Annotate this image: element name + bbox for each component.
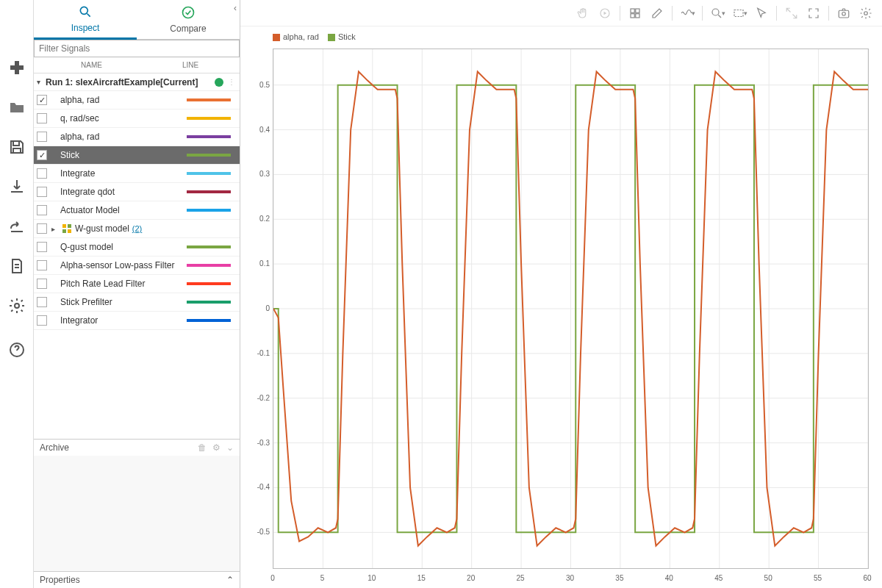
- y-tick-label: -0.3: [240, 438, 270, 446]
- folder-icon[interactable]: [7, 97, 27, 118]
- signal-row[interactable]: alpha, rad: [34, 128, 240, 146]
- search-icon: [78, 4, 93, 21]
- y-tick-label: 0.4: [240, 125, 270, 133]
- line-swatch[interactable]: [187, 154, 231, 157]
- tab-inspect[interactable]: Inspect: [34, 0, 137, 40]
- group-icon: [60, 223, 74, 234]
- signal-checkbox[interactable]: [37, 205, 47, 215]
- chevron-up-icon[interactable]: ⌃: [226, 575, 234, 585]
- signal-row[interactable]: Actuator Model: [34, 201, 240, 220]
- archive-section: Archive 🗑 ⚙ ⌄: [34, 439, 240, 571]
- signal-checkbox[interactable]: [37, 187, 47, 197]
- signal-checkbox[interactable]: [37, 260, 47, 270]
- signal-checkbox[interactable]: [37, 242, 47, 252]
- line-swatch[interactable]: [187, 319, 231, 322]
- x-tick-label: 30: [566, 574, 574, 582]
- line-swatch[interactable]: [187, 245, 231, 248]
- signal-row[interactable]: Alpha-sensor Low-pass Filter: [34, 257, 240, 275]
- line-swatch[interactable]: [187, 172, 231, 175]
- properties-section: Properties ⌃: [34, 571, 240, 588]
- signal-row[interactable]: Pitch Rate Lead Filter: [34, 275, 240, 293]
- signal-name: Stick Prefilter: [60, 297, 187, 307]
- signal-checkbox[interactable]: [37, 113, 47, 123]
- signal-checkbox[interactable]: [37, 132, 47, 142]
- svg-rect-15: [839, 10, 849, 18]
- line-swatch[interactable]: [187, 301, 231, 304]
- snapshot-icon[interactable]: [833, 3, 854, 24]
- report-icon[interactable]: [7, 256, 27, 276]
- sidebar-panel: ‹ Inspect Compare NAME LINE ▾ Run 1: sle…: [34, 0, 240, 588]
- x-tick-label: 45: [714, 574, 723, 582]
- fit-icon[interactable]: ▾: [729, 3, 750, 24]
- signal-name: alpha, rad: [60, 132, 187, 142]
- run-row[interactable]: ▾ Run 1: slexAircraftExample[Current] ⋮: [34, 74, 240, 91]
- signal-checkbox[interactable]: [37, 168, 47, 179]
- signal-row[interactable]: alpha, rad: [34, 91, 240, 110]
- archive-gear-icon[interactable]: ⚙: [212, 442, 220, 453]
- filter-input[interactable]: [34, 40, 240, 57]
- svg-point-13: [712, 9, 719, 15]
- signal-row[interactable]: ▸W-gust model(2): [34, 220, 240, 238]
- layout-grid-icon[interactable]: [625, 3, 645, 24]
- signal-row[interactable]: Integrate: [34, 165, 240, 183]
- line-swatch[interactable]: [187, 209, 231, 212]
- signal-row[interactable]: Q-gust model: [34, 238, 240, 257]
- group-count[interactable]: (2): [132, 224, 142, 233]
- y-tick-label: -0.1: [240, 348, 270, 356]
- save-icon[interactable]: [7, 137, 27, 157]
- chart-box: [273, 49, 869, 569]
- panel-collapse-icon[interactable]: ‹: [230, 3, 240, 13]
- trash-icon[interactable]: 🗑: [198, 442, 207, 453]
- archive-header[interactable]: Archive 🗑 ⚙ ⌄: [34, 440, 240, 456]
- x-tick-label: 60: [863, 574, 871, 582]
- y-tick-label: 0.2: [240, 215, 270, 223]
- x-tick-label: 15: [417, 574, 426, 582]
- tab-compare-label: Compare: [170, 24, 206, 34]
- signal-name: alpha, rad: [60, 95, 187, 105]
- signal-type-icon[interactable]: ▾: [677, 3, 698, 24]
- fullscreen-icon[interactable]: [803, 3, 824, 24]
- expand-icon[interactable]: ▸: [51, 225, 60, 233]
- signal-checkbox[interactable]: [37, 150, 47, 160]
- line-swatch[interactable]: [187, 98, 231, 101]
- line-swatch[interactable]: [187, 117, 231, 120]
- signal-checkbox[interactable]: [37, 279, 47, 289]
- new-icon[interactable]: [7, 57, 27, 78]
- col-name-label[interactable]: NAME: [81, 61, 182, 69]
- plot-canvas[interactable]: alpha, radStick -0.5-0.4-0.3-0.2-0.100.1…: [240, 26, 882, 588]
- x-tick-label: 20: [467, 574, 475, 582]
- check-icon: [181, 5, 196, 22]
- replay-icon: [595, 3, 615, 24]
- line-swatch[interactable]: [187, 282, 231, 285]
- column-header: NAME LINE: [34, 57, 240, 74]
- signal-checkbox[interactable]: [37, 315, 47, 326]
- clear-icon[interactable]: [647, 3, 667, 24]
- archive-label: Archive: [40, 442, 69, 453]
- help-icon[interactable]: [7, 340, 27, 360]
- signal-row[interactable]: Stick: [34, 146, 240, 165]
- col-line-label[interactable]: LINE: [182, 61, 240, 69]
- line-swatch[interactable]: [187, 264, 231, 267]
- signal-row[interactable]: Stick Prefilter: [34, 293, 240, 312]
- cursor-icon[interactable]: [751, 3, 772, 24]
- run-more-icon[interactable]: ⋮: [228, 81, 235, 83]
- import-icon[interactable]: [7, 176, 27, 197]
- export-icon[interactable]: [7, 216, 27, 237]
- gear-icon[interactable]: [7, 295, 27, 316]
- y-tick-label: 0.1: [240, 259, 270, 268]
- line-swatch[interactable]: [187, 190, 231, 193]
- plot-gear-icon[interactable]: [856, 3, 876, 24]
- svg-rect-9: [631, 9, 634, 12]
- tab-compare[interactable]: Compare: [137, 0, 240, 40]
- signal-checkbox[interactable]: [37, 223, 47, 234]
- chevron-down-icon[interactable]: ⌄: [226, 442, 234, 453]
- properties-header[interactable]: Properties ⌃: [34, 572, 240, 588]
- signal-row[interactable]: q, rad/sec: [34, 110, 240, 128]
- chevron-down-icon[interactable]: ▾: [37, 78, 46, 86]
- signal-checkbox[interactable]: [37, 95, 47, 105]
- line-swatch[interactable]: [187, 135, 231, 138]
- signal-row[interactable]: Integrate qdot: [34, 183, 240, 201]
- signal-row[interactable]: Integrator: [34, 312, 240, 330]
- zoom-icon[interactable]: ▾: [707, 3, 728, 24]
- signal-checkbox[interactable]: [37, 297, 47, 307]
